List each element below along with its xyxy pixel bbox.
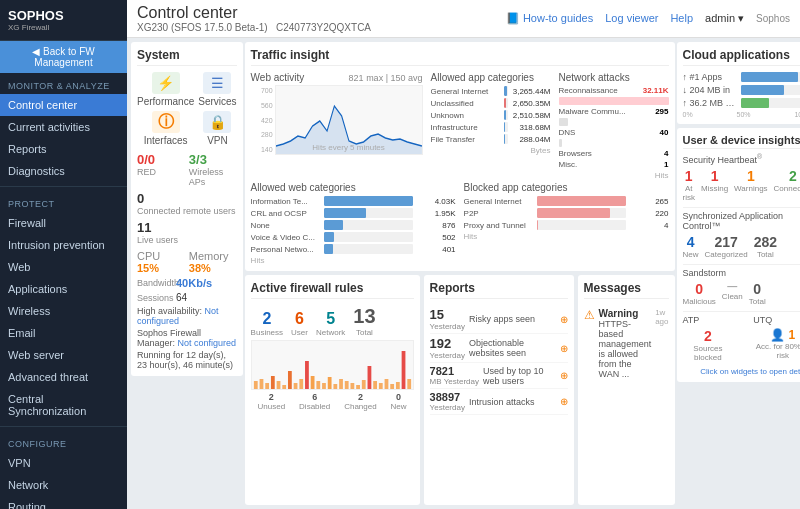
ha-info: High availability: Not configured — [137, 306, 237, 326]
ss-total-label: Total — [749, 297, 766, 306]
svg-rect-9 — [299, 379, 303, 390]
sidebar-item-wireless[interactable]: Wireless — [0, 300, 127, 322]
svg-rect-1 — [254, 381, 258, 390]
sidebar-item-vpn[interactable]: VPN — [0, 452, 127, 474]
messages-title: Messages — [584, 281, 669, 299]
blk-cat-0: General Internet 265 — [464, 196, 669, 206]
sync-total: 282 Total — [754, 234, 777, 259]
sophos-logo: SOPHOS — [8, 8, 64, 23]
memory-label: Memory — [189, 250, 229, 262]
sync-total-label: Total — [754, 250, 777, 259]
allowed-cats-title: Allowed app categories — [431, 72, 551, 83]
red-label: RED — [137, 167, 185, 177]
firewall-rules-panel: Active firewall rules 2 Business 6 User … — [245, 275, 420, 505]
help-link[interactable]: Help — [670, 12, 693, 25]
bandwidth-label: Bandwidth — [137, 278, 172, 288]
web-cat-0: Information Te... 4.03K — [251, 196, 456, 206]
report-label-3: Intrusion attacks — [469, 397, 556, 407]
sidebar-item-current-activities[interactable]: Current activities — [0, 116, 127, 138]
sync-categorized: 217 Categorized — [705, 234, 748, 259]
utq-num: 👤 1 — [753, 328, 800, 342]
report-icon-1[interactable]: ⊕ — [560, 343, 568, 354]
report-row-1: 192 Yesterday Objectionable websites see… — [430, 334, 568, 363]
fp-count-user: 6 User — [291, 310, 308, 337]
interfaces-label: Interfaces — [144, 135, 188, 146]
connected-value: 0 — [137, 191, 237, 206]
sidebar-item-webserver[interactable]: Web server — [0, 344, 127, 366]
bandwidth-value: 40Kb/s — [176, 277, 212, 289]
svg-rect-26 — [396, 382, 400, 390]
allowed-web-categories: Allowed web categories Information Te...… — [251, 182, 456, 265]
svg-rect-13 — [322, 383, 326, 390]
sidebar-item-web[interactable]: Web — [0, 256, 127, 278]
wireless-label: Wireless APs — [189, 167, 237, 187]
fp-count-business: 2 Business — [251, 310, 283, 337]
sidebar-item-advanced-threat[interactable]: Advanced threat — [0, 366, 127, 388]
msg-title-0: Warning — [599, 308, 652, 319]
ud-title: User & device insights — [683, 134, 800, 149]
topbar: Control center XG230 (SFOS 17.5.0 Beta-1… — [127, 0, 800, 38]
log-viewer-link[interactable]: Log viewer — [605, 12, 658, 25]
red-stat: 0/0 RED — [137, 152, 185, 187]
sophos-sub: XG Firewall — [8, 23, 64, 32]
web-cat-1: CRL and OCSP 1.95K — [251, 208, 456, 218]
report-icon-3[interactable]: ⊕ — [560, 396, 568, 407]
sidebar-item-control-center[interactable]: Control center — [0, 94, 127, 116]
sandstorm-title: Sandstorm — [683, 268, 800, 278]
report-label-1: Objectionable websites seen — [469, 338, 556, 358]
vpn-widget[interactable]: 🔒 VPN — [198, 111, 236, 146]
protect-section-title: PROTECT — [0, 191, 127, 212]
cloud-apps-panel: Cloud applications ↑ #1 Apps ↓ 204 MB in… — [677, 42, 800, 124]
cloud-apps-title: Cloud applications — [683, 48, 800, 66]
sidebar-item-diagnostics[interactable]: Diagnostics — [0, 160, 127, 182]
live-users-stat: 11 Live users — [137, 220, 237, 245]
ss-malicious: 0 Malicious — [683, 281, 716, 306]
report-icon-0[interactable]: ⊕ — [560, 314, 568, 325]
performance-widget[interactable]: ⚡ Performance — [137, 72, 194, 107]
sidebar-item-firewall[interactable]: Firewall — [0, 212, 127, 234]
sfm-link[interactable]: Not configured — [178, 338, 237, 348]
report-row-3: 38897 Yesterday Intrusion attacks ⊕ — [430, 389, 568, 415]
blk-cat-2: Proxy and Tunnel 4 — [464, 220, 669, 230]
sidebar-item-routing[interactable]: Routing — [0, 496, 127, 509]
sidebar-item-reports[interactable]: Reports — [0, 138, 127, 160]
services-widget[interactable]: ☰ Services — [198, 72, 236, 107]
ca-axis: 0%50%100% — [683, 111, 800, 118]
interfaces-widget[interactable]: ⓘ Interfaces — [137, 111, 194, 146]
admin-menu[interactable]: admin ▾ — [705, 12, 744, 25]
ca-row-0: ↑ #1 Apps — [683, 72, 800, 82]
attack-row-0: Reconnaissance 32.11K — [559, 86, 669, 95]
attack-row-4: Misc. 1 — [559, 160, 669, 169]
sidebar-item-intrusion[interactable]: Intrusion prevention — [0, 234, 127, 256]
svg-rect-15 — [333, 384, 337, 390]
ss-total: 0 Total — [749, 281, 766, 306]
back-to-fw-button[interactable]: ◀ Back to FW Management — [0, 41, 127, 73]
sidebar-item-network[interactable]: Network — [0, 474, 127, 496]
atp-title: ATP — [683, 315, 734, 325]
sidebar-item-applications[interactable]: Applications — [0, 278, 127, 300]
report-row-0: 15 Yesterday Risky apps seen ⊕ — [430, 305, 568, 334]
monitor-section-title: MONITOR & ANALYZE — [0, 73, 127, 94]
ss-malicious-num: 0 — [683, 281, 716, 297]
how-to-guides-link[interactable]: 📘 How-to guides — [506, 12, 593, 25]
svg-rect-22 — [373, 381, 377, 390]
svg-rect-11 — [310, 376, 314, 390]
user-device-panel: User & device insights Security Heartbea… — [677, 128, 800, 382]
atp-metric: 2 Sources blocked — [683, 328, 734, 362]
sidebar-item-email[interactable]: Email — [0, 322, 127, 344]
utq-metric: 👤 1 Acc. for 80% of risk — [753, 328, 800, 360]
live-value: 11 — [137, 220, 237, 235]
hits-label: Hits — [559, 171, 669, 180]
sync-control-section: Synchronized Application Control™ 4 New … — [683, 211, 800, 259]
cpu-stat: CPU 15% — [137, 250, 185, 274]
security-heartbeat-section: Security Heartbeat® 1 At risk 1 Missing … — [683, 153, 800, 202]
svg-rect-10 — [305, 361, 309, 390]
report-icon-2[interactable]: ⊕ — [560, 370, 568, 381]
cpu-memory-row: CPU 15% Memory 38% — [137, 250, 237, 274]
sidebar-item-central-sync[interactable]: Central Synchronization — [0, 388, 127, 422]
sandstorm-section: Sandstorm 0 Malicious — Clean 0 Total — [683, 268, 800, 306]
ca-row-2: ↑ 36.2 MB Out — [683, 98, 800, 108]
device-info: XG230 (SFOS 17.5.0 Beta-1) C240773Y2QQXT… — [137, 22, 371, 33]
cat-row-2: Unknown 2,510.58M — [431, 110, 551, 120]
heartbeat-title: Security Heartbeat® — [683, 153, 800, 165]
